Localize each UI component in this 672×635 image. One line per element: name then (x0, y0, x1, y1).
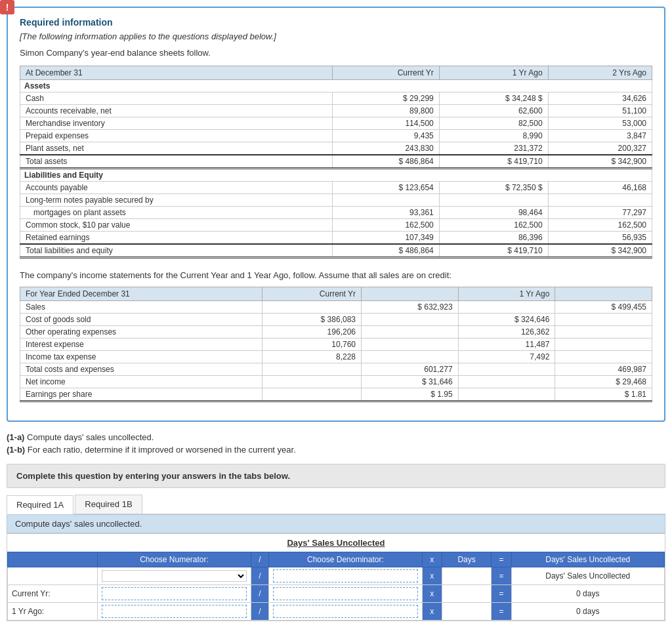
yr-ago-unit: days (583, 607, 599, 616)
table-row: Other operating expenses 196,206 126,362 (20, 326, 652, 338)
current-yr-result: 0 (576, 589, 581, 598)
income-statement-table: For Year Ended December 31 Current Yr 1 … (20, 287, 652, 402)
subheader-row: / x = Days' Sales Uncollected (8, 567, 665, 585)
table-row: Common stock, $10 par value 162,500 162,… (20, 219, 652, 232)
table-row: Retained earnings 107,349 86,396 56,935 (20, 232, 652, 245)
th-empty (8, 552, 98, 567)
liabilities-header: Liabilities and Equity (20, 169, 652, 182)
table-row: Cash $ 29,299 $ 34,248 $ 34,626 (20, 92, 652, 105)
row-label: Prepaid expenses (20, 130, 333, 142)
table-row: mortgages on plant assets 93,361 98,464 … (20, 207, 652, 219)
italic-note: [The following information applies to th… (20, 31, 652, 41)
days-sales-title: Days' Sales Uncollected (7, 534, 665, 552)
yr-ago-denominator[interactable] (273, 605, 417, 618)
tabs-container: Required 1A Required 1B (7, 495, 665, 514)
days-sales-table: Choose Numerator: / Choose Denominator: … (7, 552, 665, 621)
table-row: Accounts payable $ 123,654 $ 72,350 $ 46… (20, 182, 652, 194)
row-label: Long-term notes payable secured by (20, 194, 333, 207)
net-income-row: Net income $ 31,646 $ 29,468 (20, 376, 652, 388)
denominator-input-header[interactable] (273, 569, 417, 583)
table-row: Interest expense 10,760 11,487 (20, 338, 652, 351)
row-label: mortgages on plant assets (20, 207, 333, 219)
bs-col-label: At December 31 (20, 66, 333, 80)
current-yr-row: Current Yr: / x = 0 days (8, 585, 665, 603)
table-row: Prepaid expenses 9,435 8,990 3,847 (20, 130, 652, 142)
total-costs-row: Total costs and expenses 601,277 469,987 (20, 363, 652, 376)
alert-icon: ! (0, 0, 14, 14)
th-slash: / (251, 552, 268, 567)
bs-col-yr1: 1 Yr Ago (439, 66, 548, 80)
th-days: Days (442, 552, 492, 567)
page-wrapper: ! Required information [The following in… (0, 0, 672, 628)
questions-section: (1-a) Compute days' sales uncollected. (… (7, 432, 665, 455)
current-yr-unit: days (583, 589, 599, 598)
table-row: Merchandise inventory 114,500 82,500 53,… (20, 117, 652, 130)
table-row: Long-term notes payable secured by (20, 194, 652, 207)
yr-ago-label: 1 Yr Ago: (8, 603, 98, 621)
current-yr-denominator[interactable] (273, 587, 417, 600)
tab-required-1b[interactable]: Required 1B (75, 495, 142, 514)
balance-sheet-table: At December 31 Current Yr 1 Yr Ago 2 Yrs… (20, 66, 652, 258)
th-x: x (422, 552, 442, 567)
assets-header: Assets (20, 80, 652, 92)
bs-col-current: Current Yr (333, 66, 439, 80)
required-title: Required information (20, 17, 652, 28)
th-equals: = (492, 552, 511, 567)
th-choose-denominator: Choose Denominator: (269, 552, 422, 567)
th-choose-numerator: Choose Numerator: (98, 552, 251, 567)
numerator-select-header[interactable] (102, 570, 246, 582)
total-liabilities-row: Total liabilities and equity $ 486,864 $… (20, 244, 652, 258)
table-row: Cost of goods sold $ 386,083 $ 324,646 (20, 314, 652, 326)
row-label: Accounts payable (20, 182, 333, 194)
question-1b: (1-b) For each ratio, determine if it im… (7, 445, 665, 455)
yr-ago-row: 1 Yr Ago: / x = 0 days (8, 603, 665, 621)
current-yr-numerator[interactable] (102, 587, 246, 600)
eps-row: Earnings per share $ 1.95 $ 1.81 (20, 388, 652, 401)
table-row: Income tax expense 8,228 7,492 (20, 351, 652, 363)
row-label: Merchandise inventory (20, 117, 333, 130)
income-intro: The company's income statements for the … (20, 270, 652, 280)
yr-ago-result: 0 (576, 607, 581, 616)
th-result: Days' Sales Uncollected (511, 552, 664, 567)
current-yr-label: Current Yr: (8, 585, 98, 603)
bs-col-yr2: 2 Yrs Ago (548, 66, 652, 80)
question-1a: (1-a) Compute days' sales uncollected. (7, 432, 665, 442)
table-row: Accounts receivable, net 89,800 62,600 5… (20, 105, 652, 117)
days-sales-wrapper: Days' Sales Uncollected Choose Numerator… (7, 533, 665, 621)
row-label: Cash (20, 92, 333, 105)
row-label: Accounts receivable, net (20, 105, 333, 117)
table-row: Sales $ 632,923 $ 499,455 (20, 301, 652, 314)
tab-required-1a[interactable]: Required 1A (7, 495, 74, 514)
yr-ago-numerator[interactable] (102, 605, 246, 618)
compute-label: Compute days' sales uncollected. (7, 514, 665, 533)
table-row: Plant assets, net 243,830 231,372 200,32… (20, 142, 652, 155)
company-intro: Simon Company's year-end balance sheets … (20, 48, 652, 58)
complete-question-box: Complete this question by entering your … (7, 464, 665, 488)
row-label: Common stock, $10 par value (20, 219, 333, 232)
total-assets-row: Total assets $ 486,864 $ 419,710 $ 342,9… (20, 155, 652, 169)
row-label: Plant assets, net (20, 142, 333, 155)
row-label: Retained earnings (20, 232, 333, 245)
required-info-box: ! Required information [The following in… (7, 7, 665, 422)
